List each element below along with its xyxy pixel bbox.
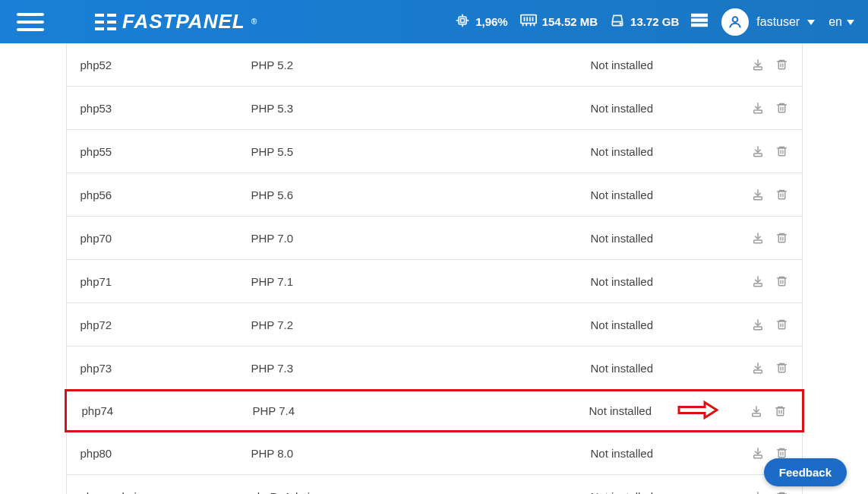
install-icon[interactable]: [750, 404, 763, 418]
install-icon[interactable]: [751, 144, 765, 158]
delete-icon[interactable]: [774, 404, 787, 418]
app-version: PHP 5.6: [251, 188, 591, 201]
svg-rect-12: [521, 15, 536, 24]
app-version: PHP 5.2: [251, 59, 591, 71]
delete-icon[interactable]: [775, 318, 788, 331]
install-icon[interactable]: [751, 446, 765, 460]
app-name: php56: [80, 188, 251, 201]
app-version: PHP 5.3: [251, 102, 591, 115]
delete-icon[interactable]: [775, 361, 788, 375]
cpu-value: 1,96%: [475, 15, 508, 28]
table-row: php56PHP 5.6Not installed: [67, 173, 802, 217]
menu-toggle[interactable]: [0, 13, 61, 31]
app-name: php70: [80, 232, 251, 245]
app-version: PHP 7.0: [251, 232, 591, 245]
svg-rect-3: [107, 14, 116, 17]
chevron-down-icon: [847, 15, 854, 29]
ram-value: 154.52 MB: [542, 15, 598, 28]
svg-rect-54: [778, 278, 785, 286]
brand-logo[interactable]: FASTPANEL ®: [95, 10, 257, 33]
app-status: Not installed: [591, 188, 735, 201]
brand-mark-icon: [95, 14, 116, 30]
applications-table: php52PHP 5.2Not installedphp53PHP 5.3Not…: [66, 43, 803, 494]
delete-icon[interactable]: [775, 101, 788, 115]
disk-value: 13.72 GB: [630, 15, 679, 28]
svg-rect-53: [753, 283, 762, 287]
svg-rect-0: [95, 14, 104, 17]
svg-point-26: [733, 17, 738, 22]
svg-rect-64: [778, 365, 785, 372]
install-icon[interactable]: [751, 188, 765, 201]
svg-rect-24: [691, 18, 708, 22]
user-menu[interactable]: fastuser: [721, 8, 815, 36]
app-version: PHP 7.4: [253, 404, 589, 417]
delete-icon[interactable]: [775, 490, 788, 495]
delete-icon[interactable]: [775, 188, 788, 201]
svg-rect-34: [778, 105, 785, 112]
app-name: php53: [80, 102, 251, 115]
content-area: TOP HOST COUPON php52PHP 5.2Not installe…: [0, 43, 868, 494]
table-row: php71PHP 7.1Not installed: [67, 260, 802, 303]
svg-rect-28: [753, 67, 762, 70]
app-status: Not installed: [591, 318, 735, 331]
install-icon[interactable]: [751, 231, 765, 245]
install-icon[interactable]: [751, 274, 765, 288]
app-name: php80: [80, 447, 251, 460]
svg-rect-58: [753, 327, 762, 330]
svg-rect-74: [778, 450, 785, 458]
table-row: php52PHP 5.2Not installed: [67, 43, 802, 87]
app-status: Not installed: [591, 362, 735, 375]
table-row: php72PHP 7.2Not installed: [67, 303, 802, 347]
svg-rect-69: [777, 407, 784, 415]
ram-icon: [520, 14, 537, 30]
svg-rect-59: [778, 321, 785, 329]
language-menu[interactable]: en: [829, 15, 854, 29]
app-status: Not installed: [591, 59, 735, 71]
app-status: Not installed: [591, 447, 735, 460]
metric-cpu[interactable]: 1,96%: [455, 13, 508, 30]
app-version: PHP 7.3: [251, 362, 591, 375]
svg-rect-39: [778, 148, 785, 156]
disk-icon: [610, 13, 625, 30]
server-icon[interactable]: [691, 13, 708, 31]
delete-icon[interactable]: [775, 274, 788, 288]
cpu-icon: [455, 13, 470, 30]
app-status: Not installed: [591, 275, 735, 288]
svg-rect-23: [691, 13, 708, 17]
svg-rect-29: [778, 62, 785, 69]
app-status: Not installed: [591, 490, 735, 494]
chevron-down-icon: [807, 15, 815, 29]
app-status: Not installed: [591, 102, 735, 115]
install-icon[interactable]: [751, 318, 765, 331]
install-icon[interactable]: [751, 101, 765, 115]
delete-icon[interactable]: [775, 58, 788, 71]
install-icon[interactable]: [751, 490, 765, 495]
svg-rect-68: [752, 413, 760, 416]
table-row: php53PHP 5.3Not installed: [67, 87, 802, 130]
install-icon[interactable]: [751, 58, 765, 71]
svg-rect-7: [461, 19, 465, 23]
app-version: PHP 5.5: [251, 145, 591, 158]
table-row: php55PHP 5.5Not installed: [67, 130, 802, 173]
svg-rect-33: [753, 110, 762, 113]
svg-rect-6: [459, 17, 466, 24]
table-row: php80PHP 8.0Not installed: [67, 432, 802, 475]
app-status: Not installed: [591, 232, 735, 245]
svg-rect-5: [107, 27, 116, 30]
feedback-button[interactable]: Feedback: [764, 458, 847, 486]
app-status: Not installed: [591, 145, 735, 158]
metric-ram[interactable]: 154.52 MB: [520, 14, 598, 30]
svg-rect-49: [778, 235, 785, 242]
delete-icon[interactable]: [775, 144, 788, 158]
svg-rect-43: [753, 197, 762, 200]
svg-rect-2: [95, 27, 104, 30]
metric-disk[interactable]: 13.72 GB: [610, 13, 679, 30]
install-icon[interactable]: [751, 361, 765, 375]
app-header: FASTPANEL ® 1,96% 154.52 MB 13.72 GB fas…: [0, 0, 868, 43]
brand-name: FASTPANEL: [122, 10, 245, 33]
language-label: en: [829, 15, 842, 29]
svg-rect-25: [691, 23, 708, 27]
svg-rect-48: [753, 240, 762, 243]
delete-icon[interactable]: [775, 231, 788, 245]
app-name: php74: [82, 404, 253, 417]
